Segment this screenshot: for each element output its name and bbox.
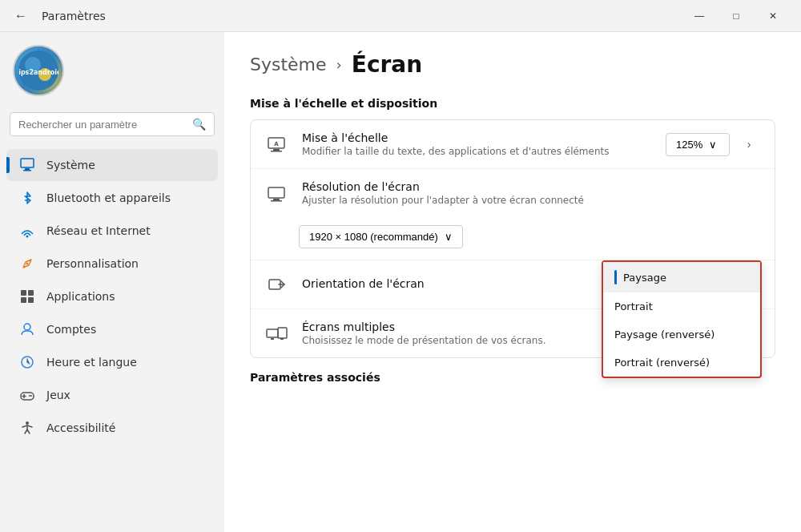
- sidebar-label-jeux: Jeux: [46, 389, 70, 401]
- accessibility-icon: [19, 420, 35, 436]
- page-header: Système › Écran: [250, 51, 775, 78]
- section-title-scale: Mise à l'échelle et disposition: [250, 97, 775, 110]
- scale-icon: A: [264, 131, 289, 157]
- scale-subtitle: Modifier la taille du texte, des applica…: [302, 146, 653, 157]
- svg-point-8: [26, 263, 29, 265]
- orientation-option-portrait[interactable]: Portrait: [603, 292, 760, 320]
- svg-rect-22: [273, 149, 280, 151]
- resolution-text: Résolution de l'écran Ajuster la résolut…: [302, 180, 762, 206]
- sidebar-item-reseau[interactable]: Réseau et Internet: [6, 215, 218, 247]
- monitor-icon: [19, 157, 35, 173]
- orientation-row: Orientation de l'écran Paysage Portrait …: [251, 260, 775, 309]
- resolution-title: Résolution de l'écran: [302, 180, 762, 193]
- sidebar-item-jeux[interactable]: Jeux: [6, 379, 218, 411]
- titlebar: ← Paramètres — □ ✕: [0, 0, 801, 32]
- svg-rect-6: [23, 170, 31, 171]
- sidebar-item-systeme[interactable]: Système: [6, 149, 218, 181]
- avatar: tips2android: [13, 45, 64, 96]
- resolution-dropdown-wrapper: 1920 × 1080 (recommandé) ∨: [264, 225, 762, 248]
- breadcrumb-system: Système: [250, 54, 327, 75]
- breadcrumb-chevron: ›: [336, 56, 342, 73]
- resolution-icon: [264, 180, 289, 206]
- svg-point-7: [26, 236, 29, 238]
- scale-row: A Mise à l'échelle Modifier la taille du…: [251, 120, 775, 169]
- sidebar-label-systeme: Système: [46, 159, 95, 171]
- orientation-icon: [264, 272, 289, 297]
- sidebar-item-accessibilite[interactable]: Accessibilité: [6, 412, 218, 444]
- sidebar-label-bluetooth: Bluetooth et appareils: [46, 191, 171, 204]
- svg-rect-5: [25, 168, 30, 170]
- svg-point-18: [29, 395, 30, 397]
- svg-point-19: [30, 395, 32, 397]
- sidebar-label-comptes: Comptes: [46, 323, 96, 336]
- sidebar-item-applications[interactable]: Applications: [6, 280, 218, 312]
- svg-text:tips2android: tips2android: [18, 69, 58, 76]
- window-title: Paramètres: [42, 10, 106, 22]
- chevron-down-icon: ∨: [709, 139, 717, 151]
- svg-rect-26: [273, 199, 280, 200]
- content-area: Système › Écran Mise à l'échelle et disp…: [224, 32, 801, 532]
- settings-card-main: A Mise à l'échelle Modifier la taille du…: [250, 119, 775, 358]
- orientation-option-paysage-renverse[interactable]: Paysage (renversé): [603, 320, 760, 349]
- gamepad-icon: [19, 387, 35, 403]
- svg-rect-32: [271, 338, 274, 340]
- svg-rect-10: [28, 290, 34, 296]
- sidebar-item-bluetooth[interactable]: Bluetooth et appareils: [6, 182, 218, 214]
- clock-icon: [19, 354, 35, 370]
- paint-icon: [19, 256, 35, 272]
- scale-detail-button[interactable]: ›: [736, 131, 762, 157]
- selected-indicator: [614, 270, 617, 284]
- sidebar-item-personnalisation[interactable]: Personnalisation: [6, 248, 218, 280]
- scale-control: 125% ∨ ›: [666, 131, 762, 157]
- svg-rect-11: [21, 297, 26, 303]
- multi-screen-icon: [264, 320, 289, 346]
- svg-rect-33: [280, 338, 284, 340]
- resolution-dropdown[interactable]: 1920 × 1080 (recommandé) ∨: [299, 225, 463, 248]
- sidebar-item-heure[interactable]: Heure et langue: [6, 346, 218, 378]
- svg-rect-4: [21, 159, 34, 167]
- scale-dropdown[interactable]: 125% ∨: [666, 133, 730, 156]
- sidebar-label-accessibilite: Accessibilité: [46, 421, 115, 434]
- resolution-subtitle: Ajuster la résolution pour l'adapter à v…: [302, 195, 762, 206]
- svg-rect-23: [271, 151, 282, 152]
- maximize-button[interactable]: □: [718, 3, 755, 29]
- orientation-dropdown-popup: Paysage Portrait Paysage (renversé) Port…: [602, 260, 762, 378]
- sidebar-label-reseau: Réseau et Internet: [46, 224, 151, 237]
- resolution-row: Résolution de l'écran Ajuster la résolut…: [251, 169, 775, 260]
- sidebar-item-comptes[interactable]: Comptes: [6, 313, 218, 345]
- svg-rect-27: [271, 200, 282, 202]
- svg-point-20: [26, 421, 29, 425]
- orientation-option-paysage[interactable]: Paysage: [603, 262, 760, 292]
- person-icon: [19, 321, 35, 337]
- orientation-option-portrait-renverse[interactable]: Portrait (renversé): [603, 349, 760, 377]
- scale-title: Mise à l'échelle: [302, 131, 653, 144]
- sidebar-label-applications: Applications: [46, 290, 115, 303]
- svg-point-13: [24, 324, 30, 330]
- back-button[interactable]: ←: [10, 5, 32, 27]
- window-controls: — □ ✕: [681, 3, 791, 29]
- chevron-down-icon: ∨: [445, 231, 453, 243]
- search-box[interactable]: 🔍: [10, 112, 215, 136]
- sidebar-label-personnalisation: Personnalisation: [46, 257, 139, 270]
- svg-rect-9: [21, 290, 26, 296]
- svg-text:A: A: [274, 141, 279, 147]
- svg-rect-31: [278, 328, 287, 338]
- svg-rect-25: [268, 187, 284, 198]
- network-icon: [19, 223, 35, 239]
- main-layout: tips2android 🔍 Système: [0, 32, 801, 532]
- svg-rect-12: [28, 297, 34, 303]
- bluetooth-icon: [19, 190, 35, 206]
- search-button[interactable]: 🔍: [192, 118, 206, 131]
- minimize-button[interactable]: —: [681, 3, 718, 29]
- search-input[interactable]: [18, 119, 186, 131]
- apps-icon: [19, 288, 35, 304]
- svg-rect-30: [267, 329, 278, 337]
- close-button[interactable]: ✕: [755, 3, 791, 29]
- sidebar-label-heure: Heure et langue: [46, 356, 137, 369]
- sidebar: tips2android 🔍 Système: [0, 32, 224, 532]
- scale-text: Mise à l'échelle Modifier la taille du t…: [302, 131, 653, 157]
- page-title: Écran: [352, 51, 422, 78]
